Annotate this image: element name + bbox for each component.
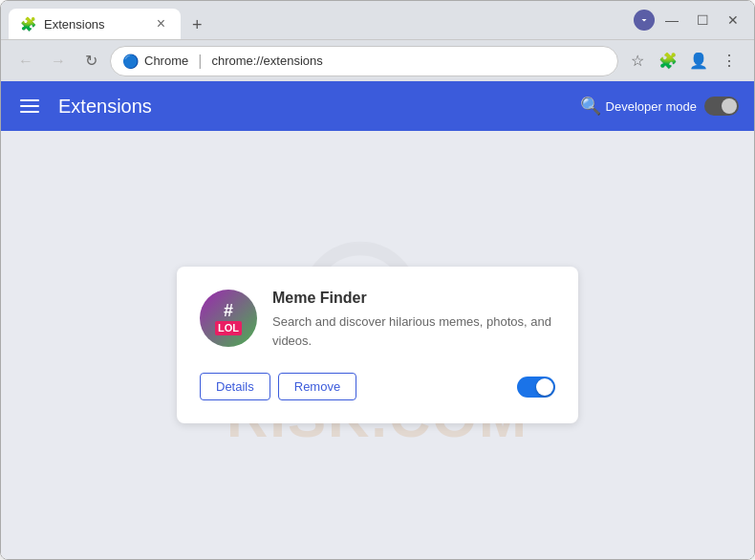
more-button[interactable]: ⋮ [716, 48, 743, 75]
site-security-icon: 🔵 [122, 54, 139, 69]
extension-name: Meme Finder [272, 290, 555, 307]
extensions-header-title: Extensions [58, 96, 575, 118]
tab-area: 🧩 Extensions × + [9, 1, 622, 39]
window-controls: — ☐ ✕ [634, 7, 746, 33]
nav-bar: ← → ↻ 🔵 Chrome | chrome://extensions ☆ 🧩… [1, 39, 754, 81]
hamburger-line-3 [20, 111, 39, 113]
profile-dropdown-button[interactable] [634, 10, 655, 31]
details-button[interactable]: Details [200, 373, 270, 400]
tab-icon: 🧩 [20, 16, 36, 32]
extension-card: # LOL Meme Finder Search and discover hi… [177, 267, 578, 423]
toggle-knob [722, 98, 737, 114]
nav-actions: ☆ 🧩 👤 ⋮ [624, 48, 743, 75]
forward-button[interactable]: → [45, 48, 72, 75]
browser-window: 🧩 Extensions × + — ☐ ✕ ← → ↻ 🔵 Chrome | … [0, 0, 755, 560]
url-text: chrome://extensions [211, 54, 322, 68]
hamburger-line-1 [20, 99, 39, 101]
tab-title: Extensions [44, 17, 145, 32]
extension-icon-hash: # [215, 301, 242, 322]
tab-close-button[interactable]: × [153, 13, 169, 34]
profile-button[interactable]: 👤 [685, 48, 712, 75]
extension-icon-lol: LOL [215, 321, 242, 335]
close-button[interactable]: ✕ [720, 7, 746, 33]
dev-mode-label: Developer mode [606, 99, 697, 114]
minimize-button[interactable]: — [658, 7, 685, 33]
restore-button[interactable]: ☐ [689, 7, 716, 33]
toggle-on-knob [536, 378, 553, 396]
hamburger-menu-button[interactable] [16, 96, 43, 117]
developer-mode-toggle[interactable] [704, 97, 739, 116]
extension-enable-toggle[interactable] [517, 377, 555, 398]
back-button[interactable]: ← [12, 48, 39, 75]
extension-card-header: # LOL Meme Finder Search and discover hi… [200, 290, 555, 350]
extension-info: Meme Finder Search and discover hilariou… [272, 290, 555, 350]
extension-description: Search and discover hilarious memes, pho… [272, 312, 555, 350]
search-button[interactable]: 🔍 [575, 91, 606, 121]
extensions-header: Extensions 🔍 Developer mode [1, 81, 754, 131]
reload-button[interactable]: ↻ [77, 48, 104, 75]
extension-icon: # LOL [200, 290, 257, 347]
site-name: Chrome [144, 54, 188, 68]
address-separator: | [198, 53, 202, 70]
remove-button[interactable]: Remove [278, 373, 356, 400]
title-bar: 🧩 Extensions × + — ☐ ✕ [1, 1, 754, 39]
extensions-button[interactable]: 🧩 [655, 48, 681, 75]
main-content: RISK.COM # LOL Meme Finder Search and di… [1, 131, 754, 559]
address-bar[interactable]: 🔵 Chrome | chrome://extensions [110, 46, 618, 76]
extension-card-footer: Details Remove [200, 373, 555, 400]
new-tab-button[interactable]: + [184, 11, 210, 39]
hamburger-line-2 [20, 105, 39, 107]
bookmark-button[interactable]: ☆ [624, 48, 651, 75]
active-tab[interactable]: 🧩 Extensions × [9, 9, 181, 39]
extension-icon-inner: # LOL [215, 301, 242, 336]
